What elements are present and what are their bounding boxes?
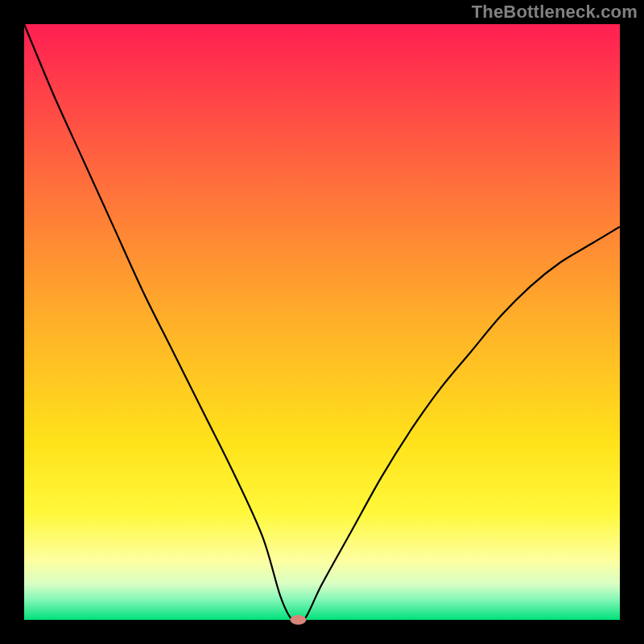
plot-background [24, 24, 620, 620]
optimum-marker [290, 615, 306, 625]
watermark-text: TheBottleneck.com [472, 2, 638, 23]
chart-frame: TheBottleneck.com [0, 0, 644, 644]
bottleneck-chart [0, 0, 644, 644]
